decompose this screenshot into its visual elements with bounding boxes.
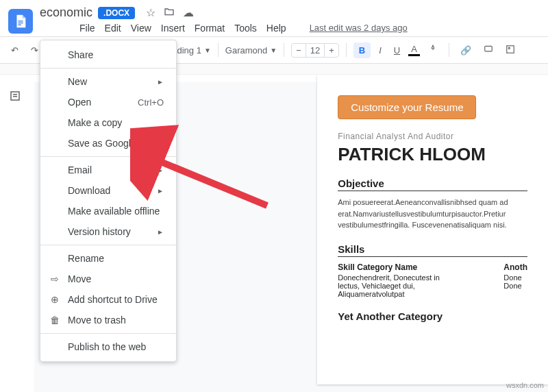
- menu-move[interactable]: ⇨Move: [40, 269, 176, 289]
- skills-heading: Skills: [338, 243, 527, 257]
- objective-text: Ami posuereerat.Aeneanconvallisnibhsed q…: [338, 197, 527, 231]
- docx-badge: .DOCX: [98, 7, 135, 19]
- menu-tools[interactable]: Tools: [234, 23, 257, 34]
- docs-logo[interactable]: [8, 9, 33, 34]
- skill2-name: Anoth: [503, 262, 527, 272]
- svg-point-5: [508, 47, 510, 49]
- folder-move-icon: ⇨: [49, 273, 61, 284]
- document-title[interactable]: economic: [40, 5, 92, 20]
- menu-offline[interactable]: Make available offline: [40, 201, 176, 221]
- menu-share[interactable]: Share: [40, 45, 176, 65]
- menu-format[interactable]: Format: [195, 23, 225, 34]
- menu-new[interactable]: New►: [40, 71, 176, 92]
- objective-heading: Objective: [338, 177, 527, 191]
- menu-file[interactable]: File: [79, 23, 95, 34]
- text-color-button[interactable]: A: [408, 44, 420, 56]
- image-icon[interactable]: [501, 42, 519, 59]
- submenu-arrow-icon: ►: [157, 167, 164, 174]
- italic-button[interactable]: I: [375, 42, 386, 58]
- svg-rect-2: [18, 24, 21, 25]
- font-size-value[interactable]: 12: [306, 44, 325, 57]
- add-shortcut-icon: ⊕: [49, 294, 61, 305]
- file-menu-dropdown: Share New► OpenCtrl+O Make a copy Save a…: [40, 40, 177, 362]
- skill2-body: Done Done: [503, 273, 527, 290]
- submenu-arrow-icon: ►: [157, 187, 164, 195]
- menu-open[interactable]: OpenCtrl+O: [40, 92, 176, 112]
- font-size-minus[interactable]: −: [292, 44, 306, 57]
- svg-rect-3: [485, 46, 493, 51]
- font-selector[interactable]: Garamond▼: [225, 45, 277, 56]
- menu-download[interactable]: Download►: [40, 180, 176, 201]
- menu-add-shortcut[interactable]: ⊕Add shortcut to Drive: [40, 289, 176, 310]
- font-size-plus[interactable]: +: [325, 44, 338, 57]
- customize-resume-button[interactable]: Customize your Resume: [338, 95, 476, 119]
- resume-subtitle: Financial Analyst And Auditor: [338, 132, 527, 141]
- comment-icon[interactable]: [480, 42, 497, 59]
- menu-move-to-trash[interactable]: 🗑Move to trash: [40, 310, 176, 330]
- menu-publish[interactable]: Publish to the web: [40, 336, 176, 357]
- undo-icon[interactable]: ↶: [7, 42, 23, 58]
- menu-view[interactable]: View: [131, 23, 151, 34]
- highlight-button[interactable]: [424, 42, 442, 59]
- font-size-control[interactable]: − 12 +: [291, 43, 339, 58]
- menu-make-copy[interactable]: Make a copy: [40, 112, 176, 133]
- skill1-name: Skill Category Name: [338, 262, 462, 272]
- menu-help[interactable]: Help: [266, 23, 286, 34]
- trash-icon: 🗑: [49, 315, 61, 326]
- underline-button[interactable]: U: [390, 42, 404, 58]
- last-edit-link[interactable]: Last edit was 2 days ago: [310, 23, 408, 34]
- svg-rect-0: [18, 21, 23, 21]
- svg-rect-4: [507, 45, 514, 53]
- bold-button[interactable]: B: [353, 42, 371, 58]
- yet-another-heading: Yet Another Category: [338, 310, 527, 323]
- link-icon[interactable]: 🔗: [456, 42, 475, 58]
- submenu-arrow-icon: ►: [157, 78, 164, 86]
- menu-rename[interactable]: Rename: [40, 248, 176, 269]
- skill1-body: Donechendrerit, Donecutest in lectus, Ve…: [338, 273, 462, 298]
- svg-rect-1: [18, 22, 23, 23]
- cloud-icon[interactable]: ☁: [183, 6, 194, 20]
- menu-save-as-google-docs[interactable]: Save as Google Docs: [40, 133, 176, 154]
- menu-version-history[interactable]: Version history►: [40, 221, 176, 242]
- watermark: wsxdn.com: [506, 381, 544, 389]
- menu-insert[interactable]: Insert: [161, 23, 185, 34]
- submenu-arrow-icon: ►: [157, 228, 164, 236]
- resume-name: PATRICK HLOOM: [338, 144, 527, 165]
- menu-edit[interactable]: Edit: [105, 23, 121, 34]
- star-icon[interactable]: ☆: [146, 6, 155, 20]
- outline-icon[interactable]: [5, 86, 25, 106]
- move-folder-icon[interactable]: [164, 6, 175, 20]
- menu-email[interactable]: Email►: [40, 160, 176, 180]
- document-page[interactable]: Customize your Resume Financial Analyst …: [317, 75, 548, 384]
